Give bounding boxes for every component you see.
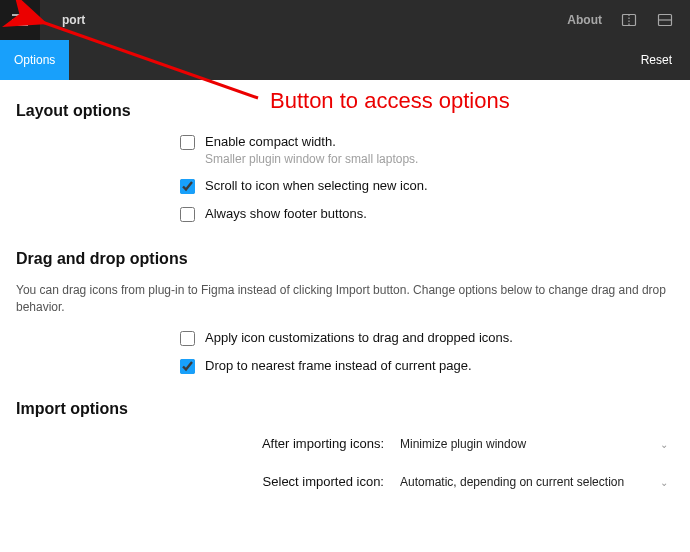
checkbox-compact-width[interactable] — [180, 135, 195, 150]
layout-compact-icon — [657, 12, 673, 28]
layout-split-icon — [621, 12, 637, 28]
hamburger-icon — [12, 13, 28, 27]
section-title-layout: Layout options — [16, 102, 674, 120]
topbar-right: About — [567, 11, 690, 29]
options-bar: Options Reset — [0, 40, 690, 80]
select-row-after-import: After importing icons: Minimize plugin w… — [16, 432, 674, 456]
layout-toggle-button[interactable] — [620, 11, 638, 29]
content-area: Layout options Enable compact width. Sma… — [0, 102, 690, 494]
option-label: Always show footer buttons. — [205, 206, 367, 221]
checkbox-footer-buttons[interactable] — [180, 207, 195, 222]
option-sublabel: Smaller plugin window for small laptops. — [205, 152, 418, 166]
option-apply-customizations: Apply icon customizations to drag and dr… — [16, 330, 674, 346]
option-compact-width: Enable compact width. Smaller plugin win… — [16, 134, 674, 166]
options-tab[interactable]: Options — [0, 40, 69, 80]
checkbox-scroll-to-icon[interactable] — [180, 179, 195, 194]
section-desc-drag: You can drag icons from plug-in to Figma… — [16, 282, 674, 316]
about-link[interactable]: About — [567, 13, 602, 27]
section-title-drag: Drag and drop options — [16, 250, 674, 268]
option-footer-buttons: Always show footer buttons. — [16, 206, 674, 222]
option-label: Apply icon customizations to drag and dr… — [205, 330, 513, 345]
compact-toggle-button[interactable] — [656, 11, 674, 29]
checkbox-apply-customizations[interactable] — [180, 331, 195, 346]
select-row-select-icon: Select imported icon: Automatic, dependi… — [16, 470, 674, 494]
select-imported-icon[interactable]: Automatic, depending on current selectio… — [396, 470, 674, 494]
checkbox-drop-nearest-frame[interactable] — [180, 359, 195, 374]
select-after-import[interactable]: Minimize plugin window — [396, 432, 674, 456]
option-label: Enable compact width. — [205, 134, 418, 149]
option-drop-nearest-frame: Drop to nearest frame instead of current… — [16, 358, 674, 374]
reset-button[interactable]: Reset — [641, 40, 690, 80]
hamburger-button[interactable] — [0, 0, 40, 40]
select-label: After importing icons: — [16, 436, 396, 451]
section-title-import: Import options — [16, 400, 674, 418]
option-label: Drop to nearest frame instead of current… — [205, 358, 472, 373]
window-title: port — [62, 13, 85, 27]
option-label: Scroll to icon when selecting new icon. — [205, 178, 428, 193]
select-label: Select imported icon: — [16, 474, 396, 489]
option-scroll-to-icon: Scroll to icon when selecting new icon. — [16, 178, 674, 194]
top-bar: port About — [0, 0, 690, 40]
